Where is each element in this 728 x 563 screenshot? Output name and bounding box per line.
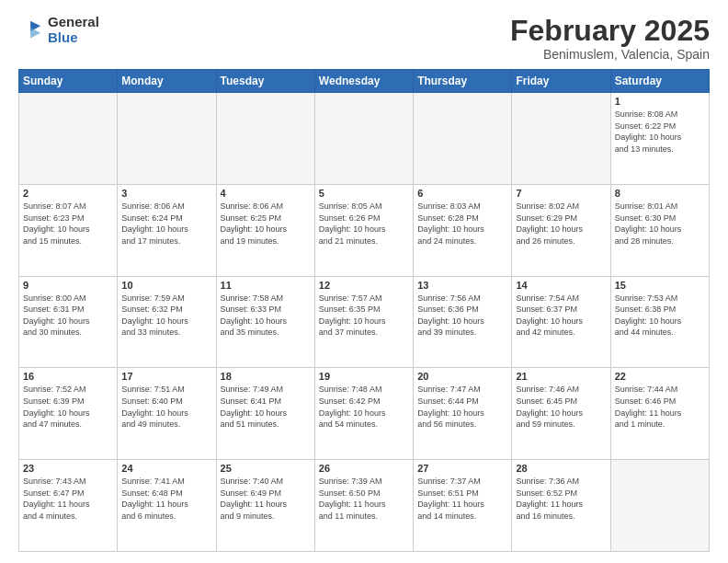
calendar-cell: 16Sunrise: 7:52 AM Sunset: 6:39 PM Dayli…	[19, 368, 118, 460]
day-info: Sunrise: 7:46 AM Sunset: 6:45 PM Dayligh…	[516, 384, 606, 430]
calendar-cell: 24Sunrise: 7:41 AM Sunset: 6:48 PM Dayli…	[118, 460, 216, 552]
calendar-header-thursday: Thursday	[414, 70, 512, 93]
day-number: 1	[615, 96, 705, 107]
day-info: Sunrise: 7:51 AM Sunset: 6:40 PM Dayligh…	[121, 384, 211, 430]
day-number: 5	[319, 188, 409, 199]
day-number: 8	[615, 188, 705, 199]
calendar-cell: 26Sunrise: 7:39 AM Sunset: 6:50 PM Dayli…	[314, 460, 413, 552]
day-number: 4	[221, 188, 311, 199]
day-number: 13	[417, 280, 507, 291]
day-info: Sunrise: 8:05 AM Sunset: 6:26 PM Dayligh…	[319, 201, 409, 247]
logo-general: General	[48, 15, 99, 30]
day-info: Sunrise: 7:41 AM Sunset: 6:48 PM Dayligh…	[121, 476, 211, 522]
calendar-week-row: 2Sunrise: 8:07 AM Sunset: 6:23 PM Daylig…	[19, 184, 710, 276]
day-number: 28	[516, 463, 606, 474]
calendar-cell: 19Sunrise: 7:48 AM Sunset: 6:42 PM Dayli…	[314, 368, 413, 460]
day-number: 6	[417, 188, 507, 199]
day-number: 9	[23, 280, 113, 291]
day-number: 27	[417, 463, 507, 474]
day-info: Sunrise: 8:03 AM Sunset: 6:28 PM Dayligh…	[417, 201, 507, 247]
calendar-cell: 28Sunrise: 7:36 AM Sunset: 6:52 PM Dayli…	[512, 460, 610, 552]
calendar-cell	[314, 93, 413, 185]
calendar-cell	[414, 93, 512, 185]
day-number: 2	[23, 188, 113, 199]
day-number: 17	[121, 371, 211, 382]
calendar-cell	[512, 93, 610, 185]
calendar-cell: 6Sunrise: 8:03 AM Sunset: 6:28 PM Daylig…	[414, 184, 512, 276]
day-number: 7	[516, 188, 606, 199]
day-info: Sunrise: 7:58 AM Sunset: 6:33 PM Dayligh…	[221, 293, 311, 339]
day-number: 14	[516, 280, 606, 291]
calendar-header-monday: Monday	[118, 70, 216, 93]
day-number: 18	[221, 371, 311, 382]
day-number: 19	[319, 371, 409, 382]
calendar-cell	[118, 93, 216, 185]
day-number: 12	[319, 280, 409, 291]
calendar-header-row: SundayMondayTuesdayWednesdayThursdayFrid…	[19, 70, 710, 93]
day-number: 22	[615, 371, 705, 382]
calendar-cell: 14Sunrise: 7:54 AM Sunset: 6:37 PM Dayli…	[512, 276, 610, 368]
calendar-cell	[216, 93, 314, 185]
calendar-cell: 10Sunrise: 7:59 AM Sunset: 6:32 PM Dayli…	[118, 276, 216, 368]
main-title: February 2025	[510, 15, 710, 47]
calendar-cell: 17Sunrise: 7:51 AM Sunset: 6:40 PM Dayli…	[118, 368, 216, 460]
calendar-cell: 27Sunrise: 7:37 AM Sunset: 6:51 PM Dayli…	[414, 460, 512, 552]
day-info: Sunrise: 7:43 AM Sunset: 6:47 PM Dayligh…	[23, 476, 113, 522]
calendar-cell: 1Sunrise: 8:08 AM Sunset: 6:22 PM Daylig…	[610, 93, 709, 185]
calendar-cell: 20Sunrise: 7:47 AM Sunset: 6:44 PM Dayli…	[414, 368, 512, 460]
day-info: Sunrise: 8:02 AM Sunset: 6:29 PM Dayligh…	[516, 201, 606, 247]
calendar-week-row: 9Sunrise: 8:00 AM Sunset: 6:31 PM Daylig…	[19, 276, 710, 368]
day-number: 20	[417, 371, 507, 382]
day-info: Sunrise: 7:48 AM Sunset: 6:42 PM Dayligh…	[319, 384, 409, 430]
day-info: Sunrise: 7:49 AM Sunset: 6:41 PM Dayligh…	[221, 384, 311, 430]
day-info: Sunrise: 7:52 AM Sunset: 6:39 PM Dayligh…	[23, 384, 113, 430]
calendar-cell: 8Sunrise: 8:01 AM Sunset: 6:30 PM Daylig…	[610, 184, 709, 276]
day-info: Sunrise: 8:00 AM Sunset: 6:31 PM Dayligh…	[23, 293, 113, 339]
calendar-cell: 22Sunrise: 7:44 AM Sunset: 6:46 PM Dayli…	[610, 368, 709, 460]
day-info: Sunrise: 7:53 AM Sunset: 6:38 PM Dayligh…	[615, 293, 705, 339]
day-number: 21	[516, 371, 606, 382]
calendar-cell: 9Sunrise: 8:00 AM Sunset: 6:31 PM Daylig…	[19, 276, 118, 368]
day-info: Sunrise: 7:59 AM Sunset: 6:32 PM Dayligh…	[121, 293, 211, 339]
calendar-header-saturday: Saturday	[610, 70, 709, 93]
day-info: Sunrise: 8:07 AM Sunset: 6:23 PM Dayligh…	[23, 201, 113, 247]
logo-blue: Blue	[48, 30, 99, 46]
day-info: Sunrise: 8:08 AM Sunset: 6:22 PM Dayligh…	[615, 109, 705, 155]
day-number: 3	[121, 188, 211, 199]
day-info: Sunrise: 7:36 AM Sunset: 6:52 PM Dayligh…	[516, 476, 606, 522]
title-block: February 2025 Benimuslem, Valencia, Spai…	[510, 15, 710, 62]
day-number: 25	[221, 463, 311, 474]
day-info: Sunrise: 7:47 AM Sunset: 6:44 PM Dayligh…	[417, 384, 507, 430]
calendar-cell: 12Sunrise: 7:57 AM Sunset: 6:35 PM Dayli…	[314, 276, 413, 368]
subtitle: Benimuslem, Valencia, Spain	[510, 47, 710, 62]
calendar-cell: 18Sunrise: 7:49 AM Sunset: 6:41 PM Dayli…	[216, 368, 314, 460]
day-info: Sunrise: 7:39 AM Sunset: 6:50 PM Dayligh…	[319, 476, 409, 522]
logo-text: General Blue	[48, 15, 99, 45]
header: General Blue February 2025 Benimuslem, V…	[18, 15, 710, 62]
calendar-cell: 21Sunrise: 7:46 AM Sunset: 6:45 PM Dayli…	[512, 368, 610, 460]
day-number: 11	[221, 280, 311, 291]
day-info: Sunrise: 7:54 AM Sunset: 6:37 PM Dayligh…	[516, 293, 606, 339]
day-info: Sunrise: 8:01 AM Sunset: 6:30 PM Dayligh…	[615, 201, 705, 247]
day-number: 16	[23, 371, 113, 382]
day-number: 24	[121, 463, 211, 474]
calendar-cell: 5Sunrise: 8:05 AM Sunset: 6:26 PM Daylig…	[314, 184, 413, 276]
page: General Blue February 2025 Benimuslem, V…	[0, 0, 728, 563]
day-info: Sunrise: 8:06 AM Sunset: 6:24 PM Dayligh…	[121, 201, 211, 247]
calendar-header-wednesday: Wednesday	[314, 70, 413, 93]
calendar-header-friday: Friday	[512, 70, 610, 93]
day-number: 23	[23, 463, 113, 474]
day-info: Sunrise: 8:06 AM Sunset: 6:25 PM Dayligh…	[221, 201, 311, 247]
day-number: 26	[319, 463, 409, 474]
logo: General Blue	[18, 15, 99, 45]
day-number: 15	[615, 280, 705, 291]
day-info: Sunrise: 7:40 AM Sunset: 6:49 PM Dayligh…	[221, 476, 311, 522]
calendar-week-row: 16Sunrise: 7:52 AM Sunset: 6:39 PM Dayli…	[19, 368, 710, 460]
calendar-cell: 23Sunrise: 7:43 AM Sunset: 6:47 PM Dayli…	[19, 460, 118, 552]
day-info: Sunrise: 7:37 AM Sunset: 6:51 PM Dayligh…	[417, 476, 507, 522]
calendar-week-row: 1Sunrise: 8:08 AM Sunset: 6:22 PM Daylig…	[19, 93, 710, 185]
day-number: 10	[121, 280, 211, 291]
day-info: Sunrise: 7:56 AM Sunset: 6:36 PM Dayligh…	[417, 293, 507, 339]
calendar-cell: 15Sunrise: 7:53 AM Sunset: 6:38 PM Dayli…	[610, 276, 709, 368]
calendar-cell: 7Sunrise: 8:02 AM Sunset: 6:29 PM Daylig…	[512, 184, 610, 276]
